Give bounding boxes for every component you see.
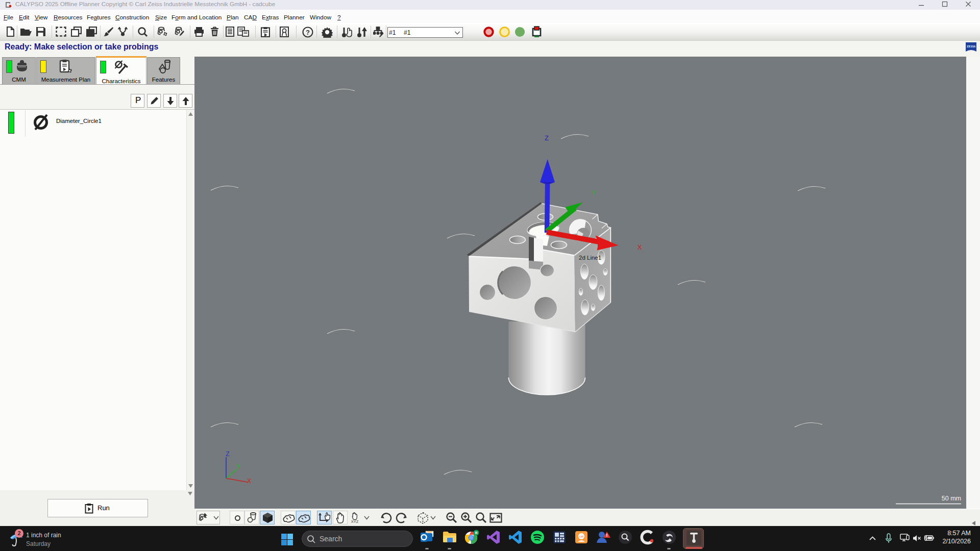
svg-text:UP: UP <box>579 535 583 538</box>
svg-text:Z: Z <box>545 134 549 142</box>
svg-text:2d Line1: 2d Line1 <box>579 255 601 261</box>
svg-text:X: X <box>247 478 251 485</box>
svg-text:XYZ: XYZ <box>351 519 359 523</box>
svg-text:?: ? <box>306 29 310 36</box>
svg-text:!: ! <box>606 533 608 538</box>
svg-text:Y: Y <box>236 463 240 470</box>
svg-text:Y: Y <box>592 189 597 196</box>
svg-text:X: X <box>638 243 642 251</box>
svg-text:Z: Z <box>226 450 229 458</box>
svg-text:ZEISS: ZEISS <box>967 44 976 48</box>
svg-text:R: R <box>475 531 477 535</box>
svg-text:50 mm: 50 mm <box>942 495 961 502</box>
